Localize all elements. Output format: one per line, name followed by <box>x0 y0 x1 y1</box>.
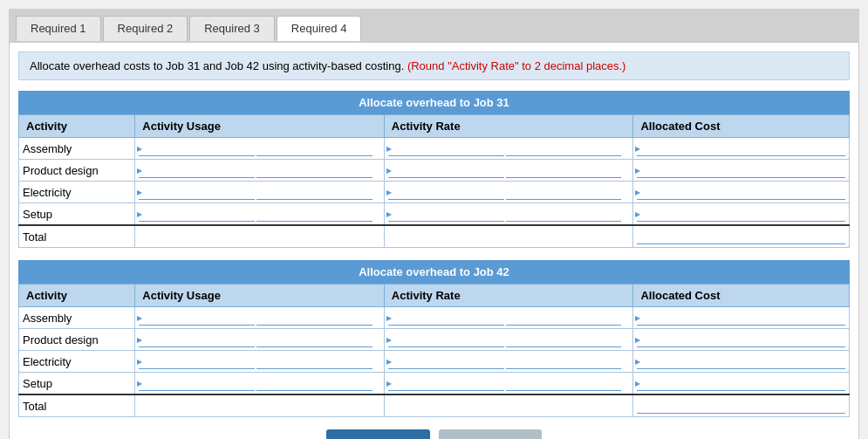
job31-col-rate: Activity Rate <box>384 115 633 138</box>
tab-bar: Required 1 Required 2 Required 3 Require… <box>9 9 859 42</box>
job31-row1-usage-input1[interactable] <box>139 162 255 178</box>
job42-row3-usage-input1[interactable] <box>139 375 255 391</box>
tab-required1[interactable]: Required 1 <box>16 16 101 41</box>
job31-row0-rate-input1[interactable] <box>388 141 504 156</box>
job31-row1-rate[interactable] <box>384 160 633 182</box>
job42-row0-rate-input2[interactable] <box>506 310 622 326</box>
job42-row0-rate-input1[interactable] <box>388 310 504 326</box>
job42-row2-activity: Electricity <box>19 351 135 373</box>
tab-required3[interactable]: Required 3 <box>189 16 275 41</box>
job42-row3-usage[interactable] <box>135 373 385 395</box>
job31-header: Allocate overhead to Job 31 <box>18 91 850 114</box>
instruction-text: Allocate overhead costs to Job 31 and Jo… <box>30 59 404 72</box>
job42-row1-activity: Product design <box>19 329 135 351</box>
job31-row3-usage-input2[interactable] <box>256 206 372 222</box>
job42-row1-usage-input1[interactable] <box>139 332 255 347</box>
job42-row2-allocated-input[interactable] <box>637 353 845 369</box>
job31-row1-rate-input1[interactable] <box>388 162 504 178</box>
job42-row3-allocated-input[interactable] <box>637 375 845 391</box>
job42-row1-allocated-input[interactable] <box>637 332 845 347</box>
job31-row1-allocated[interactable] <box>633 160 850 182</box>
job31-total-allocated[interactable] <box>633 225 850 248</box>
table-row: Assembly <box>19 138 850 160</box>
job31-row0-usage[interactable] <box>135 138 385 160</box>
job31-row3-allocated-input[interactable] <box>637 206 845 222</box>
job31-total-rate <box>384 225 633 248</box>
job42-total-allocated[interactable] <box>633 394 850 417</box>
job42-table: Activity Activity Usage Activity Rate Al… <box>18 284 850 417</box>
job31-row2-activity: Electricity <box>19 182 135 203</box>
job31-row0-usage-input1[interactable] <box>139 141 255 156</box>
next-button[interactable]: Required 4 > <box>439 429 543 439</box>
job31-row0-activity: Assembly <box>19 138 135 160</box>
table-row: Product design <box>19 329 850 351</box>
job31-row2-usage-input2[interactable] <box>256 184 372 200</box>
job42-row1-allocated[interactable] <box>633 329 850 351</box>
job42-row0-allocated[interactable] <box>633 307 850 329</box>
job42-row0-usage-input2[interactable] <box>256 310 372 326</box>
job31-row1-rate-input2[interactable] <box>506 162 622 178</box>
job31-row0-allocated-input[interactable] <box>637 141 845 156</box>
job31-row1-usage-input2[interactable] <box>256 162 372 178</box>
job31-row2-usage[interactable] <box>135 182 385 203</box>
job42-row3-rate-input2[interactable] <box>506 375 622 391</box>
job42-row3-rate-input1[interactable] <box>388 375 504 391</box>
job42-row1-rate-input1[interactable] <box>388 332 504 347</box>
job31-row2-rate[interactable] <box>384 182 633 203</box>
job42-row1-rate-input2[interactable] <box>506 332 622 347</box>
table-row: Total <box>19 225 850 248</box>
job31-row0-rate-input2[interactable] <box>506 141 622 156</box>
job31-row0-usage-input2[interactable] <box>256 141 372 156</box>
table-row: Electricity <box>19 351 850 373</box>
job31-row2-allocated[interactable] <box>633 182 850 203</box>
job42-row2-usage-input1[interactable] <box>139 353 255 369</box>
job42-row1-usage-input2[interactable] <box>256 332 372 347</box>
job31-row2-allocated-input[interactable] <box>637 184 845 200</box>
job42-row0-rate[interactable] <box>384 307 633 329</box>
job42-row2-rate-input1[interactable] <box>388 353 504 369</box>
prev-button[interactable]: < Required 3 <box>326 429 430 439</box>
job31-col-activity: Activity <box>19 115 135 138</box>
table-row: Product design <box>19 160 850 182</box>
job31-row4-activity: Total <box>19 225 135 248</box>
job31-row3-allocated[interactable] <box>633 203 850 226</box>
job31-row2-rate-input1[interactable] <box>388 184 504 200</box>
job31-row3-rate-input1[interactable] <box>388 206 504 222</box>
job42-row2-usage[interactable] <box>135 351 385 373</box>
job31-row2-usage-input1[interactable] <box>139 184 255 200</box>
job42-row1-usage[interactable] <box>135 329 385 351</box>
job42-row4-activity: Total <box>19 394 135 417</box>
job42-row2-usage-input2[interactable] <box>256 353 372 369</box>
job31-row3-activity: Setup <box>19 203 135 226</box>
table-row: Electricity <box>19 182 850 203</box>
job31-row1-allocated-input[interactable] <box>637 162 845 178</box>
job42-row2-allocated[interactable] <box>633 351 850 373</box>
tab-required4[interactable]: Required 4 <box>277 16 362 41</box>
job42-row0-allocated-input[interactable] <box>637 310 845 326</box>
job42-row0-activity: Assembly <box>19 307 135 329</box>
job31-total-allocated-input[interactable] <box>637 229 845 244</box>
job31-row3-rate-input2[interactable] <box>506 206 622 222</box>
job42-row2-rate[interactable] <box>384 351 633 373</box>
job31-row2-rate-input2[interactable] <box>506 184 622 200</box>
job42-row1-rate[interactable] <box>384 329 633 351</box>
job31-table: Activity Activity Usage Activity Rate Al… <box>18 114 850 248</box>
job31-row1-usage[interactable] <box>135 160 385 182</box>
job42-row2-rate-input2[interactable] <box>506 353 622 369</box>
instruction-banner: Allocate overhead costs to Job 31 and Jo… <box>18 51 850 80</box>
job42-row3-activity: Setup <box>19 373 135 395</box>
job31-col-usage: Activity Usage <box>135 115 385 138</box>
job31-row3-usage-input1[interactable] <box>139 206 255 222</box>
job42-row3-rate[interactable] <box>384 373 633 395</box>
job42-row0-usage[interactable] <box>135 307 385 329</box>
tab-required2[interactable]: Required 2 <box>103 16 188 41</box>
job42-row0-usage-input1[interactable] <box>139 310 255 326</box>
job42-row3-allocated[interactable] <box>633 373 850 395</box>
job31-row3-usage[interactable] <box>135 203 385 226</box>
job42-total-allocated-input[interactable] <box>637 398 845 414</box>
job42-col-rate: Activity Rate <box>384 285 633 307</box>
job42-row3-usage-input2[interactable] <box>256 375 372 391</box>
job31-row3-rate[interactable] <box>384 203 633 226</box>
job31-row0-allocated[interactable] <box>633 138 850 160</box>
job31-row0-rate[interactable] <box>384 138 633 160</box>
